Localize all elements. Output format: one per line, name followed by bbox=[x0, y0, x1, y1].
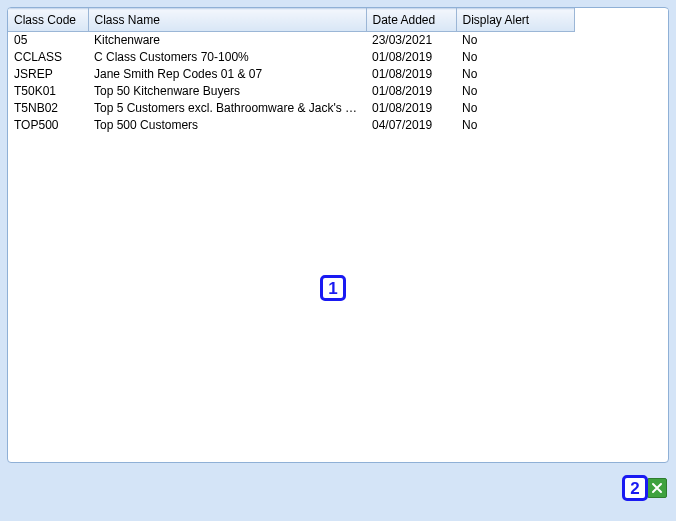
col-header-filler bbox=[574, 9, 668, 32]
cell-alert: No bbox=[456, 83, 574, 100]
cell-filler bbox=[574, 117, 668, 134]
cell-date: 01/08/2019 bbox=[366, 66, 456, 83]
table-row[interactable]: T50K01Top 50 Kitchenware Buyers01/08/201… bbox=[8, 83, 668, 100]
class-table: Class Code Class Name Date Added Display… bbox=[8, 8, 668, 134]
cell-alert: No bbox=[456, 100, 574, 117]
cell-date: 04/07/2019 bbox=[366, 117, 456, 134]
cell-name: Top 50 Kitchenware Buyers bbox=[88, 83, 366, 100]
table-row[interactable]: CCLASSC Class Customers 70-100%01/08/201… bbox=[8, 49, 668, 66]
cell-filler bbox=[574, 83, 668, 100]
cell-alert: No bbox=[456, 32, 574, 50]
table-row[interactable]: JSREPJane Smith Rep Codes 01 & 0701/08/2… bbox=[8, 66, 668, 83]
cell-name: C Class Customers 70-100% bbox=[88, 49, 366, 66]
col-header-display-alert[interactable]: Display Alert bbox=[456, 9, 574, 32]
col-header-date-added[interactable]: Date Added bbox=[366, 9, 456, 32]
col-header-class-name[interactable]: Class Name bbox=[88, 9, 366, 32]
cell-date: 01/08/2019 bbox=[366, 83, 456, 100]
table-row[interactable]: T5NB02Top 5 Customers excl. Bathroomware… bbox=[8, 100, 668, 117]
cell-filler bbox=[574, 32, 668, 50]
cell-name: Top 5 Customers excl. Bathroomware & Jac… bbox=[88, 100, 366, 117]
window: Class Code Class Name Date Added Display… bbox=[0, 0, 676, 521]
cell-filler bbox=[574, 100, 668, 117]
grid-panel: Class Code Class Name Date Added Display… bbox=[7, 7, 669, 463]
cell-code: JSREP bbox=[8, 66, 88, 83]
table-row[interactable]: 05Kitchenware23/03/2021No bbox=[8, 32, 668, 50]
cell-name: Kitchenware bbox=[88, 32, 366, 50]
cell-date: 23/03/2021 bbox=[366, 32, 456, 50]
cell-alert: No bbox=[456, 49, 574, 66]
export-excel-button[interactable] bbox=[647, 478, 667, 498]
cell-filler bbox=[574, 66, 668, 83]
table-header-row: Class Code Class Name Date Added Display… bbox=[8, 9, 668, 32]
cell-code: CCLASS bbox=[8, 49, 88, 66]
cell-code: 05 bbox=[8, 32, 88, 50]
excel-icon bbox=[650, 481, 664, 495]
col-header-class-code[interactable]: Class Code bbox=[8, 9, 88, 32]
callout-2: 2 bbox=[622, 475, 648, 501]
cell-date: 01/08/2019 bbox=[366, 49, 456, 66]
cell-date: 01/08/2019 bbox=[366, 100, 456, 117]
cell-filler bbox=[574, 49, 668, 66]
cell-name: Top 500 Customers bbox=[88, 117, 366, 134]
cell-code: T5NB02 bbox=[8, 100, 88, 117]
cell-alert: No bbox=[456, 66, 574, 83]
footer-bar bbox=[7, 470, 669, 514]
table-row[interactable]: TOP500Top 500 Customers04/07/2019No bbox=[8, 117, 668, 134]
cell-name: Jane Smith Rep Codes 01 & 07 bbox=[88, 66, 366, 83]
cell-code: TOP500 bbox=[8, 117, 88, 134]
cell-code: T50K01 bbox=[8, 83, 88, 100]
callout-1: 1 bbox=[320, 275, 346, 301]
cell-alert: No bbox=[456, 117, 574, 134]
